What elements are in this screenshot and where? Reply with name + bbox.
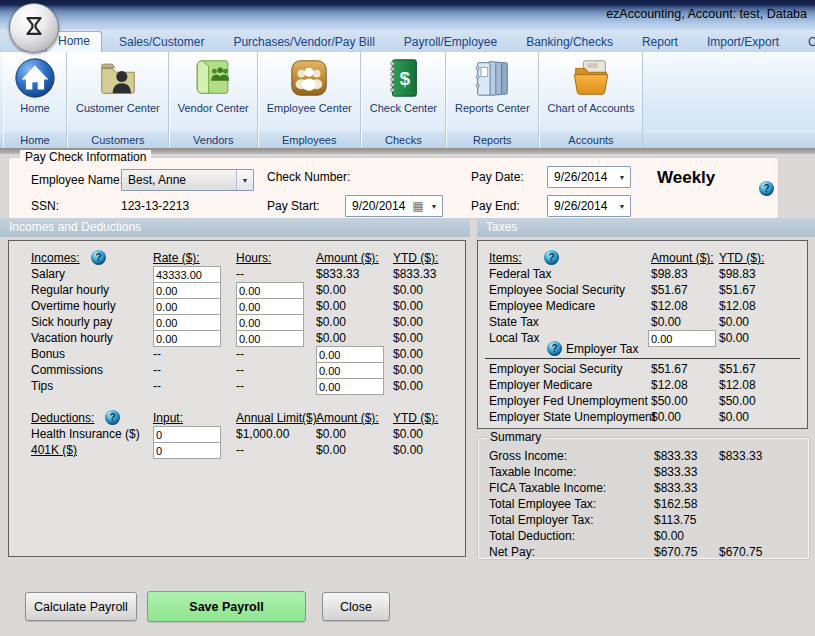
rate-input[interactable] [153, 266, 221, 283]
help-globe-icon[interactable]: ? [105, 410, 120, 425]
amount-value: $0.00 [316, 331, 346, 345]
rate-input[interactable] [153, 330, 221, 347]
hours-input[interactable] [236, 314, 304, 331]
tab-banking-checks[interactable]: Banking/Checks [514, 32, 625, 52]
help-globe-icon[interactable]: ? [759, 181, 774, 196]
help-globe-icon[interactable]: ? [91, 250, 106, 265]
help-globe-icon[interactable]: ? [544, 250, 559, 265]
income-row-bonus: Bonus----$0.00 [9, 346, 465, 362]
tax-ytd-value: $12.08 [719, 378, 756, 392]
toolbar-button-vendor-center[interactable]: Vendor Center [170, 52, 257, 131]
tab-report[interactable]: Report [630, 32, 690, 52]
group-label-home: Home [4, 131, 66, 148]
summary-label: Total Employee Tax: [489, 497, 596, 511]
rate-input[interactable] [153, 298, 221, 315]
summary-amount-value: $162.58 [654, 497, 697, 511]
summary-label: FICA Taxable Income: [489, 481, 606, 495]
summary-row-total-employer-tax: Total Employer Tax:$113.75 [478, 512, 809, 528]
toolbar-button-reports-center[interactable]: Reports Center [447, 52, 538, 131]
employee-name-select[interactable]: Best, Anne ▼ [121, 169, 254, 191]
summary-amount-value: $670.75 [654, 545, 697, 559]
tab-import-export[interactable]: Import/Export [695, 32, 791, 52]
summary-amount-value: $0.00 [654, 529, 684, 543]
tax-ytd-value: $12.08 [719, 299, 756, 313]
tax-amount-value: $12.08 [651, 378, 688, 392]
calculate-payroll-button[interactable]: Calculate Payroll [25, 592, 137, 621]
svg-text:$: $ [400, 68, 411, 89]
hours-input[interactable] [236, 330, 304, 347]
pay-start-datepicker[interactable]: 9/20/2014 ▦ ▼ [345, 195, 443, 217]
incomes-deductions-panel: Incomes:?Rate ($):Hours:Amount ($):YTD (… [8, 240, 466, 557]
rate-input[interactable] [153, 314, 221, 331]
income-label: Tips [31, 379, 53, 393]
income-row-regular-hourly: Regular hourly$0.00$0.00 [9, 282, 465, 298]
pay-date-label: Pay Date: [471, 170, 524, 184]
deductions-header-row: Deductions:?Input:Annual Limit($):Amount… [9, 410, 465, 426]
toolbar-cell-reports-center: Reports CenterReports [446, 52, 539, 148]
toolbar-button-label: Chart of Accounts [548, 102, 635, 114]
group-label-vendors: Vendors [170, 131, 257, 148]
summary-amount-value: $833.33 [654, 449, 697, 463]
customer-center-icon [95, 56, 141, 100]
ytd-value: $0.00 [393, 283, 423, 297]
deductions-column-header: Deductions: [31, 411, 94, 425]
toolbar-button-employee-center[interactable]: Employee Center [259, 52, 360, 131]
amount-input[interactable] [316, 346, 384, 363]
rate-input[interactable] [153, 282, 221, 299]
tax-amount-value: $50.00 [651, 394, 688, 408]
tab-sales-customer[interactable]: Sales/Customer [107, 32, 216, 52]
toolbar-button-chart-of-accounts[interactable]: Chart of Accounts [540, 52, 643, 131]
amount-value: $0.00 [316, 315, 346, 329]
save-payroll-button[interactable]: Save Payroll [147, 591, 306, 622]
deduction-label: Health Insurance ($) [31, 427, 140, 441]
tax-ytd-value: $51.67 [719, 283, 756, 297]
tax-row-employee-medicare: Employee Medicare$12.08$12.08 [478, 298, 807, 314]
ytd-value: $0.00 [393, 443, 423, 457]
summary-row-net-pay: Net Pay:$670.75$670.75 [478, 544, 809, 560]
reports-center-icon [469, 56, 515, 100]
tax-label: State Tax [489, 315, 539, 329]
hours-input[interactable] [236, 298, 304, 315]
tab-company[interactable]: Company [796, 32, 815, 52]
annual-limit-value: -- [236, 443, 244, 457]
amount-input[interactable] [316, 378, 384, 395]
summary-amount-value: $833.33 [654, 481, 697, 495]
toolbar-button-label: Home [20, 102, 49, 114]
chevron-down-icon: ▼ [236, 170, 253, 190]
deduction-input[interactable] [153, 442, 221, 459]
toolbar-button-customer-center[interactable]: Customer Center [68, 52, 168, 131]
app-logo-orb-button[interactable] [9, 3, 59, 53]
pay-end-select[interactable]: 9/26/2014 ▼ [547, 195, 631, 217]
hours-input[interactable] [236, 282, 304, 299]
tab-payroll-employee[interactable]: Payroll/Employee [392, 32, 509, 52]
toolbar-button-check-center[interactable]: $Check Center [362, 52, 445, 131]
amount-input[interactable] [316, 362, 384, 379]
tax-row-employee-social-security: Employee Social Security$51.67$51.67 [478, 282, 807, 298]
tax-amount-input[interactable] [648, 330, 716, 347]
pay-end-label: Pay End: [471, 199, 520, 213]
summary-row-fica-taxable-income: FICA Taxable Income:$833.33 [478, 480, 809, 496]
tab-purchases-vendor-pay-bill[interactable]: Purchases/Vendor/Pay Bill [221, 32, 386, 52]
income-label: Vacation hourly [31, 331, 113, 345]
toolbar-cell-customer-center: Customer CenterCustomers [67, 52, 169, 148]
income-row-tips: Tips----$0.00 [9, 378, 465, 394]
amount-column-header: Amount ($): [651, 251, 714, 265]
tax-label: Employee Medicare [489, 299, 595, 313]
pay-start-value: 9/20/2014 [346, 199, 410, 213]
tax-label: Employer Social Security [489, 362, 622, 376]
incomes-header-row: Incomes:?Rate ($):Hours:Amount ($):YTD (… [9, 250, 465, 266]
ytd-value: $833.33 [393, 267, 436, 281]
income-label: Overtime hourly [31, 299, 116, 313]
tax-ytd-value: $98.83 [719, 267, 756, 281]
toolbar-button-home[interactable]: Home [4, 52, 66, 131]
summary-label: Total Deduction: [489, 529, 575, 543]
deduction-input[interactable] [153, 426, 221, 443]
ytd-value: $0.00 [393, 427, 423, 441]
ytd-value: $0.00 [393, 299, 423, 313]
rate-value: -- [153, 347, 161, 361]
paycheck-information-groupbox: Pay Check Information Employee Name: Bes… [8, 157, 779, 219]
pay-date-select[interactable]: 9/26/2014 ▼ [547, 166, 631, 188]
close-button[interactable]: Close [322, 592, 390, 621]
tax-ytd-value: $50.00 [719, 394, 756, 408]
chevron-down-icon: ▼ [614, 167, 630, 187]
